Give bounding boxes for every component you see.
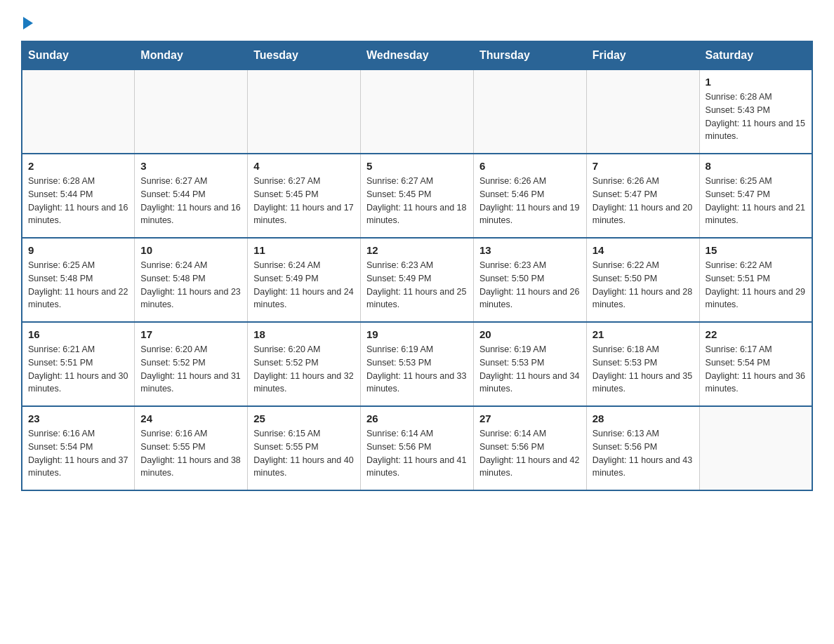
- day-number: 20: [479, 328, 581, 340]
- logo-arrow-icon: [23, 17, 33, 29]
- calendar-week-row: 23Sunrise: 6:16 AMSunset: 5:54 PMDayligh…: [22, 406, 812, 490]
- calendar-cell: 28Sunrise: 6:13 AMSunset: 5:56 PMDayligh…: [586, 406, 699, 490]
- day-number: 7: [593, 160, 694, 172]
- weekday-header-tuesday: Tuesday: [248, 41, 361, 69]
- calendar-cell: 3Sunrise: 6:27 AMSunset: 5:44 PMDaylight…: [135, 154, 248, 238]
- day-number: 9: [28, 244, 128, 256]
- day-info: Sunrise: 6:16 AMSunset: 5:55 PMDaylight:…: [140, 427, 241, 480]
- weekday-header-saturday: Saturday: [699, 41, 812, 69]
- calendar-cell: 2Sunrise: 6:28 AMSunset: 5:44 PMDaylight…: [22, 154, 135, 238]
- day-info: Sunrise: 6:25 AMSunset: 5:48 PMDaylight:…: [28, 259, 128, 311]
- day-info: Sunrise: 6:22 AMSunset: 5:50 PMDaylight:…: [593, 259, 694, 311]
- weekday-header-sunday: Sunday: [22, 41, 135, 69]
- day-info: Sunrise: 6:19 AMSunset: 5:53 PMDaylight:…: [479, 343, 581, 396]
- calendar-cell: [135, 69, 248, 154]
- calendar-cell: 23Sunrise: 6:16 AMSunset: 5:54 PMDayligh…: [22, 406, 135, 490]
- day-number: 10: [140, 244, 241, 256]
- day-number: 1: [706, 76, 806, 88]
- day-number: 5: [366, 160, 468, 172]
- day-number: 28: [593, 412, 694, 424]
- day-number: 13: [479, 244, 581, 256]
- day-info: Sunrise: 6:27 AMSunset: 5:45 PMDaylight:…: [366, 175, 468, 227]
- calendar-cell: 5Sunrise: 6:27 AMSunset: 5:45 PMDaylight…: [361, 154, 474, 238]
- calendar-cell: 4Sunrise: 6:27 AMSunset: 5:45 PMDaylight…: [248, 154, 361, 238]
- calendar-cell: [248, 69, 361, 154]
- calendar-header-row: SundayMondayTuesdayWednesdayThursdayFrid…: [22, 41, 812, 69]
- day-info: Sunrise: 6:14 AMSunset: 5:56 PMDaylight:…: [366, 427, 468, 480]
- day-number: 15: [706, 244, 806, 256]
- day-number: 12: [366, 244, 468, 256]
- calendar-cell: 25Sunrise: 6:15 AMSunset: 5:55 PMDayligh…: [248, 406, 361, 490]
- day-number: 24: [140, 412, 241, 424]
- day-info: Sunrise: 6:17 AMSunset: 5:54 PMDaylight:…: [706, 343, 806, 396]
- calendar-cell: 22Sunrise: 6:17 AMSunset: 5:54 PMDayligh…: [699, 322, 812, 406]
- day-number: 6: [479, 160, 581, 172]
- calendar-week-row: 16Sunrise: 6:21 AMSunset: 5:51 PMDayligh…: [22, 322, 812, 406]
- day-info: Sunrise: 6:13 AMSunset: 5:56 PMDaylight:…: [593, 427, 694, 480]
- day-number: 3: [140, 160, 241, 172]
- calendar-cell: 21Sunrise: 6:18 AMSunset: 5:53 PMDayligh…: [586, 322, 699, 406]
- day-number: 27: [479, 412, 581, 424]
- calendar-cell: 9Sunrise: 6:25 AMSunset: 5:48 PMDaylight…: [22, 238, 135, 322]
- day-number: 23: [28, 412, 128, 424]
- calendar-cell: 16Sunrise: 6:21 AMSunset: 5:51 PMDayligh…: [22, 322, 135, 406]
- day-info: Sunrise: 6:26 AMSunset: 5:46 PMDaylight:…: [479, 175, 581, 227]
- day-number: 2: [28, 160, 128, 172]
- calendar-cell: 12Sunrise: 6:23 AMSunset: 5:49 PMDayligh…: [361, 238, 474, 322]
- day-info: Sunrise: 6:19 AMSunset: 5:53 PMDaylight:…: [366, 343, 468, 396]
- day-info: Sunrise: 6:28 AMSunset: 5:44 PMDaylight:…: [28, 175, 128, 227]
- day-number: 25: [253, 412, 355, 424]
- calendar-week-row: 1Sunrise: 6:28 AMSunset: 5:43 PMDaylight…: [22, 69, 812, 154]
- day-number: 4: [253, 160, 355, 172]
- day-info: Sunrise: 6:24 AMSunset: 5:49 PMDaylight:…: [253, 259, 355, 311]
- calendar-cell: [586, 69, 699, 154]
- day-info: Sunrise: 6:27 AMSunset: 5:44 PMDaylight:…: [140, 175, 241, 227]
- calendar-table: SundayMondayTuesdayWednesdayThursdayFrid…: [21, 41, 813, 491]
- calendar-cell: [699, 406, 812, 490]
- logo: [21, 14, 33, 27]
- calendar-cell: 8Sunrise: 6:25 AMSunset: 5:47 PMDaylight…: [699, 154, 812, 238]
- day-info: Sunrise: 6:20 AMSunset: 5:52 PMDaylight:…: [140, 343, 241, 396]
- calendar-cell: 13Sunrise: 6:23 AMSunset: 5:50 PMDayligh…: [473, 238, 586, 322]
- day-number: 8: [706, 160, 806, 172]
- calendar-cell: [361, 69, 474, 154]
- day-info: Sunrise: 6:22 AMSunset: 5:51 PMDaylight:…: [706, 259, 806, 311]
- day-info: Sunrise: 6:24 AMSunset: 5:48 PMDaylight:…: [140, 259, 241, 311]
- day-info: Sunrise: 6:16 AMSunset: 5:54 PMDaylight:…: [28, 427, 128, 480]
- calendar-cell: 10Sunrise: 6:24 AMSunset: 5:48 PMDayligh…: [135, 238, 248, 322]
- day-info: Sunrise: 6:28 AMSunset: 5:43 PMDaylight:…: [706, 90, 806, 143]
- calendar-cell: 27Sunrise: 6:14 AMSunset: 5:56 PMDayligh…: [473, 406, 586, 490]
- day-info: Sunrise: 6:14 AMSunset: 5:56 PMDaylight:…: [479, 427, 581, 480]
- calendar-cell: 14Sunrise: 6:22 AMSunset: 5:50 PMDayligh…: [586, 238, 699, 322]
- day-info: Sunrise: 6:23 AMSunset: 5:50 PMDaylight:…: [479, 259, 581, 311]
- calendar-week-row: 9Sunrise: 6:25 AMSunset: 5:48 PMDaylight…: [22, 238, 812, 322]
- day-info: Sunrise: 6:18 AMSunset: 5:53 PMDaylight:…: [593, 343, 694, 396]
- calendar-cell: 19Sunrise: 6:19 AMSunset: 5:53 PMDayligh…: [361, 322, 474, 406]
- calendar-cell: 18Sunrise: 6:20 AMSunset: 5:52 PMDayligh…: [248, 322, 361, 406]
- day-info: Sunrise: 6:15 AMSunset: 5:55 PMDaylight:…: [253, 427, 355, 480]
- calendar-cell: 6Sunrise: 6:26 AMSunset: 5:46 PMDaylight…: [473, 154, 586, 238]
- day-number: 18: [253, 328, 355, 340]
- calendar-week-row: 2Sunrise: 6:28 AMSunset: 5:44 PMDaylight…: [22, 154, 812, 238]
- day-info: Sunrise: 6:20 AMSunset: 5:52 PMDaylight:…: [253, 343, 355, 396]
- day-number: 11: [253, 244, 355, 256]
- calendar-cell: 11Sunrise: 6:24 AMSunset: 5:49 PMDayligh…: [248, 238, 361, 322]
- day-info: Sunrise: 6:26 AMSunset: 5:47 PMDaylight:…: [593, 175, 694, 227]
- day-number: 22: [706, 328, 806, 340]
- day-number: 26: [366, 412, 468, 424]
- calendar-cell: [22, 69, 135, 154]
- weekday-header-monday: Monday: [135, 41, 248, 69]
- day-number: 21: [593, 328, 694, 340]
- calendar-cell: 24Sunrise: 6:16 AMSunset: 5:55 PMDayligh…: [135, 406, 248, 490]
- day-info: Sunrise: 6:23 AMSunset: 5:49 PMDaylight:…: [366, 259, 468, 311]
- day-number: 14: [593, 244, 694, 256]
- weekday-header-wednesday: Wednesday: [361, 41, 474, 69]
- day-number: 17: [140, 328, 241, 340]
- calendar-cell: 26Sunrise: 6:14 AMSunset: 5:56 PMDayligh…: [361, 406, 474, 490]
- day-number: 19: [366, 328, 468, 340]
- day-number: 16: [28, 328, 128, 340]
- day-info: Sunrise: 6:21 AMSunset: 5:51 PMDaylight:…: [28, 343, 128, 396]
- weekday-header-friday: Friday: [586, 41, 699, 69]
- day-info: Sunrise: 6:27 AMSunset: 5:45 PMDaylight:…: [253, 175, 355, 227]
- calendar-cell: 20Sunrise: 6:19 AMSunset: 5:53 PMDayligh…: [473, 322, 586, 406]
